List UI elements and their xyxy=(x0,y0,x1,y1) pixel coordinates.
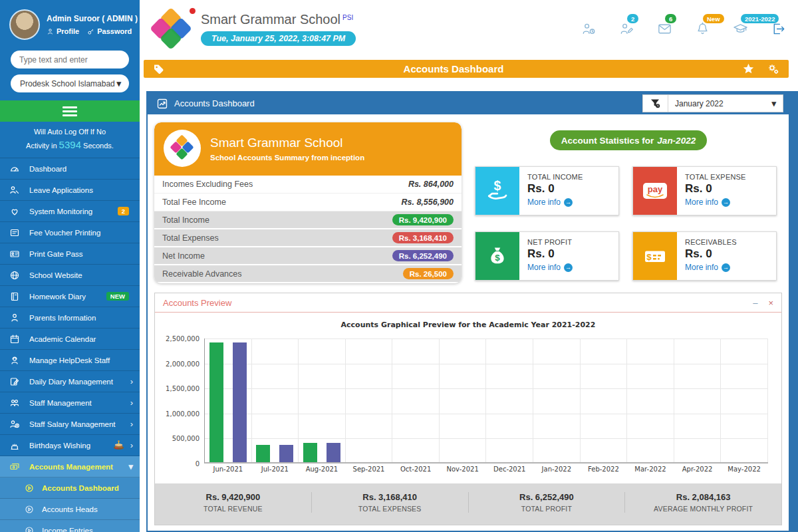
sidebar-subitem-accounts-dashboard[interactable]: Accounts Dashboard xyxy=(0,477,140,499)
main-area: Smart Grammar SchoolPSI Tue, January 25,… xyxy=(140,0,798,532)
arrow-right-icon: → xyxy=(722,198,730,207)
bell-icon[interactable]: New xyxy=(695,21,710,37)
globe-icon xyxy=(9,269,21,281)
summary-row-label: Receivable Advances xyxy=(162,269,403,279)
footer-stat: Rs. 6,252,490TOTAL PROFIT xyxy=(469,492,626,513)
month-select[interactable]: January 2022 ▾ xyxy=(668,95,783,112)
sidebar-item-label: Manage HelpDesk Staff xyxy=(29,356,133,364)
footer-stat-label: TOTAL PROFIT xyxy=(469,505,625,513)
sidebar-item-school-website[interactable]: School Website xyxy=(0,265,140,286)
footer-stat-value: Rs. 3,168,410 xyxy=(312,492,468,502)
more-info-link[interactable]: More info→ xyxy=(685,198,746,207)
panel-body: Smart Grammar School School Accounts Sum… xyxy=(148,114,789,531)
sidebar-item-birthdays-wishing[interactable]: Birthdays Wishing› xyxy=(0,435,140,456)
footer-stat-label: AVERAGE MONTHLY PROFIT xyxy=(625,505,781,513)
sidebar-item-leave-applications[interactable]: Leave Applications xyxy=(0,180,140,201)
sidebar-item-label: Daily Diary Management xyxy=(29,378,128,386)
sidebar-item-academic-calendar[interactable]: Academic Calendar xyxy=(0,329,140,350)
sidebar-collapse-button[interactable] xyxy=(0,100,140,122)
arrow-right-icon: → xyxy=(564,263,573,272)
password-link[interactable]: Password xyxy=(87,27,132,35)
stat-card-content: TOTAL EXPENSERs. 0More info→ xyxy=(677,167,746,215)
stat-card-label: TOTAL INCOME xyxy=(527,173,583,181)
more-info-link[interactable]: More info→ xyxy=(527,198,583,207)
user-name: Admin Suroor ( ADMIN ) xyxy=(47,14,138,23)
mail-icon[interactable]: 6 xyxy=(657,21,672,37)
app-window: Admin Suroor ( ADMIN ) Profile Password … xyxy=(0,0,798,532)
sidebar-item-system-monitoring[interactable]: System Monitoring2 xyxy=(0,201,140,222)
profile-link[interactable]: Profile xyxy=(47,27,79,35)
header-icons: 26New2021-2022 xyxy=(581,21,786,37)
close-icon[interactable]: × xyxy=(768,299,773,307)
sidebar-item-manage-helpdesk-staff[interactable]: Manage HelpDesk Staff xyxy=(0,350,140,371)
y-axis-tick-label: 1,500,000 xyxy=(153,385,200,392)
summary-row-value-pill: Rs. 9,420,900 xyxy=(392,214,454,225)
more-info-link[interactable]: More info→ xyxy=(685,263,737,272)
sidebar-item-print-gate-pass[interactable]: Print Gate Pass xyxy=(0,243,140,265)
sidebar-item-homework-diary[interactable]: Homework DiaryNEW xyxy=(0,286,140,307)
datetime-pill: Tue, January 25, 2022, 3:08:47 PM xyxy=(201,31,356,46)
profile-section: Admin Suroor ( ADMIN ) Profile Password xyxy=(0,0,140,47)
summary-row-value: Rs. 8,556,900 xyxy=(401,198,454,207)
sidebar-item-staff-management[interactable]: Staff Management› xyxy=(0,392,140,414)
sidebar-item-dashboard[interactable]: Dashboard xyxy=(0,158,140,180)
settings-gears-icon[interactable] xyxy=(767,63,779,75)
y-axis-tick-label: 2,500,000 xyxy=(153,335,200,342)
funnel-icon xyxy=(650,98,661,109)
arrow-right-icon: → xyxy=(722,263,730,272)
filter-button[interactable] xyxy=(643,95,668,112)
sidebar-item-label: Homework Diary xyxy=(29,293,106,301)
favorite-star-icon[interactable] xyxy=(743,63,754,74)
summary-row-value-pill: Rs. 6,252,490 xyxy=(392,250,454,261)
sidebar-menu: DashboardLeave ApplicationsSystem Monito… xyxy=(0,158,140,532)
sidebar-item-accounts-management[interactable]: Accounts Management▾ xyxy=(0,456,140,477)
sidebar-item-staff-salary-management[interactable]: Staff Salary Management› xyxy=(0,414,140,435)
chart-footer-stats: Rs. 9,420,900TOTAL REVENUERs. 3,168,410T… xyxy=(155,483,781,525)
school-logo-icon xyxy=(149,7,193,51)
user-clock-icon[interactable] xyxy=(581,21,597,37)
summary-row: Total IncomeRs. 9,420,900 xyxy=(154,211,462,229)
sidebar-subitem-income-entries[interactable]: Income Entries xyxy=(0,520,140,532)
user-edit-icon[interactable]: 2 xyxy=(619,21,634,37)
chevron-right-icon: › xyxy=(130,419,133,429)
school-select[interactable]: Prodesk School Islamabad ▾ xyxy=(11,74,129,92)
more-info-label: More info xyxy=(685,198,718,207)
sidebar-item-fee-voucher-printing[interactable]: Fee Voucher Printing xyxy=(0,222,140,243)
circle-play-icon xyxy=(24,503,35,515)
chevron-right-icon: › xyxy=(130,376,133,386)
stat-card-total-income: $TOTAL INCOMERs. 0More info→ xyxy=(475,166,619,215)
x-axis-tick-label: Dec-2021 xyxy=(486,466,533,473)
stat-card-content: RECEIVABLESRs. 0More info→ xyxy=(677,232,737,280)
minimize-icon[interactable]: – xyxy=(753,299,757,307)
summary-row-label: Total Fee Income xyxy=(162,198,401,207)
sidebar-item-parents-information[interactable]: Parents Information xyxy=(0,307,140,329)
sidebar-subitem-label: Accounts Heads xyxy=(42,505,133,513)
stat-card-label: RECEIVABLES xyxy=(685,238,737,246)
page-title-bar: Accounts Dashboard xyxy=(144,60,789,78)
avatar[interactable] xyxy=(9,9,40,40)
sidebar-item-label: Fee Voucher Printing xyxy=(29,229,133,237)
x-axis-tick-label: Sep-2021 xyxy=(346,466,392,473)
search-input[interactable] xyxy=(11,51,129,68)
page-title: Accounts Dashboard xyxy=(164,63,743,74)
logout-icon[interactable] xyxy=(771,21,786,37)
summary-table: Incomes Excluding FeesRs. 864,000Total F… xyxy=(154,176,462,283)
x-axis-tick-label: Nov-2021 xyxy=(440,466,486,473)
summary-row: Total ExpensesRs. 3,168,410 xyxy=(154,229,462,247)
summary-row: Net IncomeRs. 6,252,490 xyxy=(154,247,462,265)
footer-stat-value: Rs. 9,420,900 xyxy=(155,492,311,502)
sidebar-item-daily-diary-management[interactable]: Daily Diary Management› xyxy=(0,371,140,392)
sidebar-subitem-accounts-heads[interactable]: Accounts Heads xyxy=(0,499,140,520)
birthday-icon xyxy=(9,440,21,451)
y-axis-tick-label: 0 xyxy=(153,460,200,467)
accounts-icon xyxy=(9,461,21,472)
sidebar-item-label: Parents Information xyxy=(29,314,133,322)
month-group: Apr-2022 xyxy=(674,338,722,462)
month-group: Feb-2022 xyxy=(581,338,628,462)
month-group: May-2022 xyxy=(721,338,768,462)
x-axis-tick-label: Oct-2021 xyxy=(392,466,439,473)
more-info-link[interactable]: More info→ xyxy=(527,263,573,272)
stat-card-value: Rs. 0 xyxy=(527,247,573,261)
bar-income xyxy=(303,443,317,462)
graduation-cap-icon[interactable]: 2021-2022 xyxy=(733,21,748,37)
